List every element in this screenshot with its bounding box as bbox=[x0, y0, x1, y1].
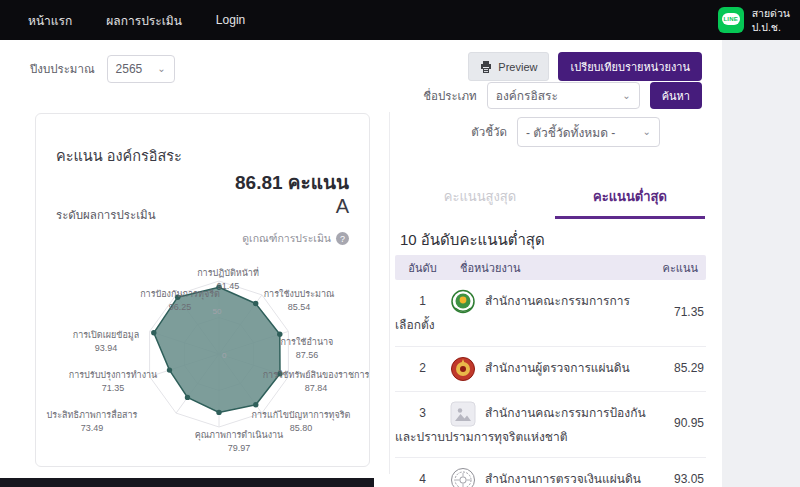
table-row[interactable]: 4สำนักงานการตรวจเงินแผ่นดิน93.05 bbox=[395, 458, 706, 487]
nav-item-login[interactable]: Login bbox=[216, 13, 245, 27]
nav-item-results[interactable]: ผลการประเมิน bbox=[106, 11, 182, 30]
image-placeholder-icon bbox=[450, 401, 476, 427]
ranking-heading: 10 อันดับคะแนนต่ำสุด bbox=[400, 228, 545, 252]
header-agency-name: ชื่อหน่วยงาน bbox=[450, 259, 651, 277]
table-row[interactable]: 3สำนักงานคณะกรรมการป้องกันและปราบปรามการ… bbox=[395, 392, 706, 459]
score-cell: 90.95 bbox=[674, 414, 704, 436]
svg-text:การปรับปรุงการทำงาน71.35: การปรับปรุงการทำงาน71.35 bbox=[69, 370, 157, 393]
search-button[interactable]: ค้นหา bbox=[650, 82, 702, 109]
agency-name: สำนักงานการตรวจเงินแผ่นดิน bbox=[485, 472, 641, 486]
score-card-title: คะแนน องค์กรอิสระ bbox=[56, 144, 182, 167]
hotline-block[interactable]: LINE สายด่วน ป.ป.ช. bbox=[718, 0, 790, 40]
grade-value: A bbox=[336, 195, 349, 218]
footer-bar bbox=[0, 478, 374, 487]
chevron-down-icon: ⌄ bbox=[635, 127, 651, 137]
header-rank: อันดับ bbox=[395, 259, 450, 277]
table-row[interactable]: 1สำนักงานคณะกรรมการการเลือกตั้ง71.35 bbox=[395, 280, 706, 347]
line-app-icon[interactable]: LINE bbox=[718, 7, 744, 33]
agency-name: สำนักงานผู้ตรวจการแผ่นดิน bbox=[485, 361, 630, 375]
indicator-select[interactable]: - ตัวชี้วัดทั้งหมด - ⌄ bbox=[517, 117, 660, 147]
svg-text:การปฏิบัติหน้าที่91.45: การปฏิบัติหน้าที่91.45 bbox=[197, 266, 259, 291]
score-tabs: คะแนนสูงสุด คะแนนต่ำสุด bbox=[405, 186, 705, 219]
navbar: หน้าแรก ผลการประเมิน Login LINE สายด่วน … bbox=[0, 0, 800, 40]
preview-button-label: Preview bbox=[498, 61, 537, 73]
search-button-label: ค้นหา bbox=[662, 87, 690, 105]
overall-score: 86.81 คะแนน bbox=[235, 167, 349, 197]
svg-text:การเปิดเผยข้อมูล93.94: การเปิดเผยข้อมูล93.94 bbox=[73, 330, 140, 353]
category-select[interactable]: องค์กรอิสระ ⌄ bbox=[487, 82, 640, 109]
table-header-row: อันดับ ชื่อหน่วยงาน คะแนน bbox=[395, 255, 706, 280]
compare-units-button[interactable]: เปรียบเทียบรายหน่วยงาน bbox=[558, 52, 702, 81]
red-emblem-icon bbox=[450, 356, 476, 382]
line-app-label: LINE bbox=[722, 13, 740, 25]
svg-text:50: 50 bbox=[213, 307, 222, 316]
preview-button[interactable]: Preview bbox=[468, 52, 549, 81]
fiscal-year-value: 2565 bbox=[116, 62, 143, 76]
grade-label: ระดับผลการประเมิน bbox=[56, 206, 156, 224]
green-emblem-icon bbox=[450, 289, 476, 315]
category-value: องค์กรอิสระ bbox=[496, 86, 558, 105]
score-card: 050การปฏิบัติหน้าที่91.45การใช้งบประมาณ8… bbox=[35, 113, 370, 467]
criteria-link-label: ดูเกณฑ์การประเมิน bbox=[242, 230, 331, 247]
score-cell: 71.35 bbox=[674, 302, 704, 324]
printer-icon bbox=[480, 61, 492, 73]
tab-lowest-scores[interactable]: คะแนนต่ำสุด bbox=[555, 186, 705, 219]
nav-item-home[interactable]: หน้าแรก bbox=[28, 11, 72, 30]
tab-highest-scores[interactable]: คะแนนสูงสุด bbox=[405, 186, 555, 219]
indicator-label: ตัวชี้วัด bbox=[471, 123, 507, 141]
compare-units-label: เปรียบเทียบรายหน่วยงาน bbox=[570, 58, 690, 76]
svg-text:การใช้งบประมาณ85.54: การใช้งบประมาณ85.54 bbox=[264, 289, 335, 312]
hotline-line1: สายด่วน bbox=[752, 6, 790, 20]
hotline-text: สายด่วน ป.ป.ช. bbox=[752, 6, 790, 34]
help-circle-icon[interactable]: ? bbox=[336, 232, 349, 245]
header-score: คะแนน bbox=[651, 259, 706, 277]
chevron-down-icon: ⌄ bbox=[149, 64, 165, 74]
score-cell: 93.05 bbox=[674, 469, 704, 487]
indicator-value: - ตัวชี้วัดทั้งหมด - bbox=[526, 123, 615, 142]
svg-text:0: 0 bbox=[222, 351, 227, 360]
rank-cell: 3 bbox=[395, 403, 450, 425]
chevron-down-icon: ⌄ bbox=[614, 91, 630, 101]
svg-text:คุณภาพการดำเนินงาน79.97: คุณภาพการดำเนินงาน79.97 bbox=[195, 430, 284, 453]
rank-cell: 1 bbox=[395, 291, 450, 313]
score-cell: 85.29 bbox=[674, 358, 704, 380]
rank-cell: 2 bbox=[395, 358, 450, 380]
vertical-divider bbox=[389, 112, 390, 474]
agency-table: อันดับ ชื่อหน่วยงาน คะแนน 1สำนักงานคณะกร… bbox=[395, 255, 706, 487]
hotline-line2: ป.ป.ช. bbox=[752, 20, 790, 34]
rank-cell: 4 bbox=[395, 469, 450, 487]
fiscal-year-select[interactable]: 2565 ⌄ bbox=[107, 55, 175, 83]
category-label: ชื่อประเภท bbox=[423, 87, 476, 105]
svg-text:ประสิทธิภาพการสื่อสาร73.49: ประสิทธิภาพการสื่อสาร73.49 bbox=[47, 408, 138, 433]
criteria-link[interactable]: ดูเกณฑ์การประเมิน ? bbox=[242, 230, 349, 247]
fiscal-year-label: ปีงบประมาณ bbox=[30, 60, 95, 78]
seal-emblem-icon bbox=[450, 467, 476, 487]
table-row[interactable]: 2สำนักงานผู้ตรวจการแผ่นดิน85.29 bbox=[395, 347, 706, 392]
agency-table-body: 1สำนักงานคณะกรรมการการเลือกตั้ง71.352สำน… bbox=[395, 280, 706, 487]
